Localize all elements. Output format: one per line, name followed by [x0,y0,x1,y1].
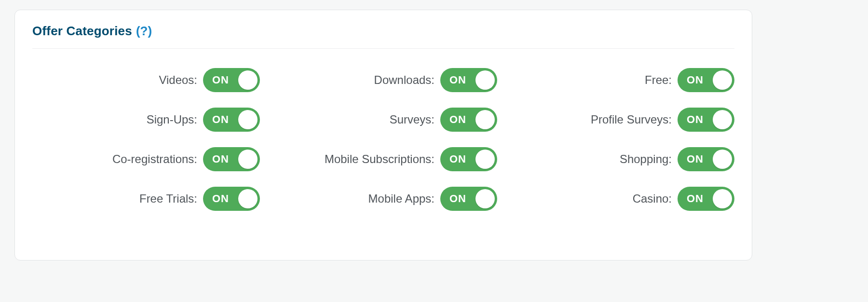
toggle-knob [713,110,732,129]
toggle-on-text: ON [443,74,469,86]
category-label: Free Trials: [139,192,197,206]
toggle-on-text: ON [443,192,469,205]
toggle-on-text: ON [680,74,706,86]
category-row: Free: ON [507,68,734,92]
category-row: Mobile Apps: ON [270,187,497,211]
category-row: Sign-Ups: ON [32,108,260,132]
toggle-casino[interactable]: ON [678,187,734,211]
category-label: Surveys: [390,113,434,126]
toggle-knob [713,150,732,169]
category-label: Sign-Ups: [147,113,197,126]
toggle-mobile-apps[interactable]: ON [440,187,497,211]
category-row: Casino: ON [507,187,734,211]
category-row: Profile Surveys: ON [507,108,734,132]
categories-grid: Videos: ON Downloads: ON Free: ON Sign-U… [32,68,734,211]
toggle-on-text: ON [443,113,469,126]
toggle-surveys[interactable]: ON [440,108,497,132]
category-label: Mobile Subscriptions: [325,152,434,166]
category-label: Free: [645,73,672,87]
category-row: Mobile Subscriptions: ON [270,147,497,171]
toggle-on-text: ON [205,113,232,126]
toggle-shopping[interactable]: ON [678,147,734,171]
category-label: Mobile Apps: [368,192,434,206]
toggle-on-text: ON [443,153,469,165]
toggle-knob [475,70,495,90]
section-title: Offer Categories [32,24,132,39]
category-label: Co-registrations: [112,152,197,166]
toggle-on-text: ON [680,192,706,205]
toggle-on-text: ON [205,74,232,86]
toggle-on-text: ON [680,153,706,165]
toggle-knob [713,70,732,90]
toggle-free[interactable]: ON [678,68,734,92]
toggle-knob [475,150,495,169]
category-row: Downloads: ON [270,68,497,92]
toggle-mobile-subscriptions[interactable]: ON [440,147,497,171]
help-link[interactable]: (?) [136,24,152,39]
toggle-knob [238,189,258,208]
divider [32,48,734,49]
category-label: Profile Surveys: [591,113,672,126]
toggle-knob [238,70,258,90]
category-row: Free Trials: ON [32,187,260,211]
category-label: Casino: [633,192,672,206]
toggle-co-registrations[interactable]: ON [203,147,260,171]
toggle-on-text: ON [680,113,706,126]
toggle-on-text: ON [205,192,232,205]
toggle-knob [238,150,258,169]
toggle-knob [238,110,258,129]
category-row: Co-registrations: ON [32,147,260,171]
category-label: Downloads: [374,73,434,87]
toggle-downloads[interactable]: ON [440,68,497,92]
toggle-on-text: ON [205,153,232,165]
category-row: Shopping: ON [507,147,734,171]
toggle-knob [475,110,495,129]
category-row: Surveys: ON [270,108,497,132]
toggle-free-trials[interactable]: ON [203,187,260,211]
toggle-knob [475,189,495,208]
toggle-sign-ups[interactable]: ON [203,108,260,132]
category-label: Videos: [159,73,197,87]
toggle-knob [713,189,732,208]
category-row: Videos: ON [32,68,260,92]
toggle-profile-surveys[interactable]: ON [678,108,734,132]
section-header: Offer Categories (?) [32,24,734,39]
toggle-videos[interactable]: ON [203,68,260,92]
offer-categories-panel: Offer Categories (?) Videos: ON Download… [14,10,752,261]
category-label: Shopping: [620,152,672,166]
